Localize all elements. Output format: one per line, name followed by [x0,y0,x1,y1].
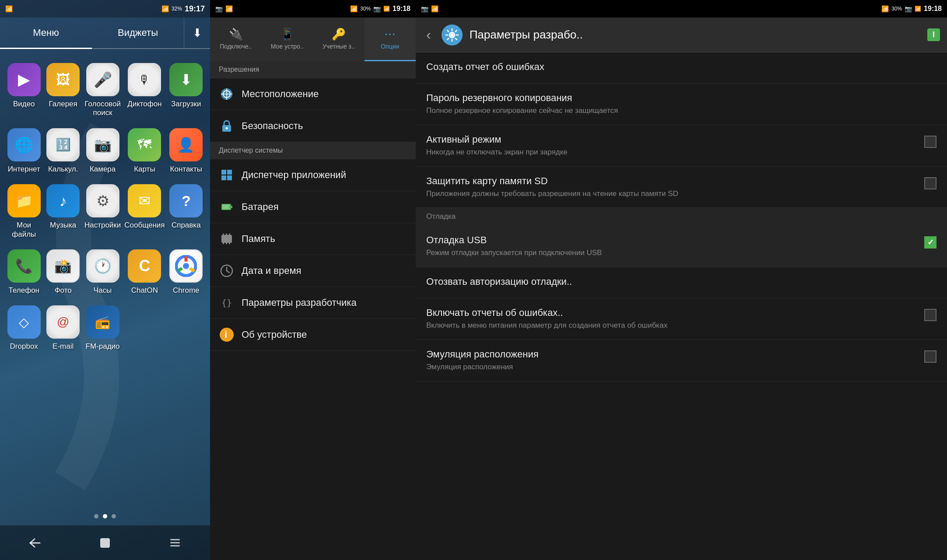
datetime-icon [219,263,235,279]
svg-rect-21 [229,234,230,236]
dev-item-usbdebug-subtitle: Режим отладки запускается при подключени… [426,248,917,258]
app-photos[interactable]: 📸 Фото [43,244,82,300]
app-fmradio[interactable]: 📻 FM-радио [83,300,123,356]
tab-menu[interactable]: Меню [0,18,92,48]
dev-item-protect-sd[interactable]: Защитить карту памяти SD Приложения долж… [416,167,947,208]
appmanager-label: Диспетчер приложений [242,169,346,181]
dev-back-button[interactable]: ‹ [423,23,435,46]
settings-panel: 📷 📶 📶 30% 📷 📶 19:18 🔌 Подключе.. 📱 Мое у… [210,0,416,560]
settings-item-about[interactable]: i Об устройстве [210,319,416,351]
app-download[interactable]: ⬇ Загрузки [167,58,206,123]
nav-back-button[interactable] [22,532,48,554]
battery-icon [219,199,235,215]
dev-item-create-report-title: Создать отчет об ошибках [426,61,936,73]
svg-rect-12 [227,170,232,175]
svg-rect-22 [223,242,224,244]
dev-item-create-report[interactable]: Создать отчет об ошибках [416,52,947,84]
settings-item-location[interactable]: Местоположение [210,78,416,110]
tab-accounts[interactable]: 🔑 Учетные з.. [313,18,365,61]
about-label: Об устройстве [242,329,307,340]
usb-debug-checkbox[interactable] [924,236,936,248]
status-time: 19:17 [185,4,205,14]
svg-line-27 [227,271,229,273]
svg-point-10 [226,127,228,130]
app-chaton[interactable]: C ChatON [123,244,166,300]
app-myfiles[interactable]: 📁 Мои файлы [4,179,43,244]
app-chrome[interactable]: Chrome [167,244,206,300]
page-dot-2[interactable] [103,514,107,518]
app-icon-messages: ✉ [128,184,161,217]
dev-wifi2: 📶 [915,6,921,12]
app-clock[interactable]: 🕐 Часы [83,244,123,300]
debug-section-label: Отладка [426,212,456,220]
app-phone[interactable]: 📞 Телефон [4,244,43,300]
app-label-music: Музыка [50,221,76,230]
app-video[interactable]: ▶ Видео [4,58,43,123]
svg-rect-23 [226,242,227,244]
app-settings[interactable]: ⚙ Настройки [83,179,123,244]
error-reports-checkbox[interactable] [924,309,936,321]
app-help[interactable]: ? Справка [167,179,206,244]
tab-widgets-label: Виджеты [118,27,158,38]
nav-home-button[interactable] [92,532,118,554]
app-label-messages: Сообщения [124,221,165,230]
settings-item-security[interactable]: Безопасность [210,110,416,142]
settings-item-appmanager[interactable]: Диспетчер приложений [210,159,416,191]
app-dropbox[interactable]: ◇ Dropbox [4,300,43,356]
app-label-chrome: Chrome [173,286,199,295]
emulate-location-checkbox[interactable] [924,350,936,363]
tab-widgets[interactable]: Виджеты [92,18,184,48]
dev-item-error-reports[interactable]: Включать отчеты об ошибках.. Включить в … [416,298,947,340]
dev-item-protectsd-content: Защитить карту памяти SD Приложения долж… [426,175,917,199]
app-label-help: Справка [172,221,201,230]
app-dictaphone[interactable]: 🎙 Диктофон [123,58,166,123]
download-icon: ⬇ [193,26,202,40]
security-icon [219,118,235,134]
dev-item-backup-password[interactable]: Пароль резервного копирования Полное рез… [416,84,947,125]
dev-item-usb-debug[interactable]: Отладка USB Режим отладки запускается пр… [416,226,947,267]
app-email[interactable]: @ E-mail [43,300,82,356]
app-voice[interactable]: 🎤 Голосовой поиск [83,58,123,123]
system-manager-section: Диспетчер системы [210,142,416,159]
svg-text:{}: {} [221,298,232,308]
settings-item-datetime[interactable]: Дата и время [210,255,416,287]
app-contacts[interactable]: 👤 Контакты [167,123,206,179]
app-maps[interactable]: 🗺 Карты [123,123,166,179]
settings-item-battery[interactable]: Батарея [210,191,416,223]
settings-item-memory[interactable]: Память [210,223,416,255]
nav-recent-button[interactable] [162,532,188,554]
app-internet[interactable]: 🌐 Интернет [4,123,43,179]
svg-rect-20 [226,234,227,236]
app-icon-myfiles: 📁 [7,184,41,217]
app-icon-calc: 🔢 [46,128,80,161]
app-icon-download: ⬇ [169,63,203,96]
settings-tab-bar: 🔌 Подключе.. 📱 Мое устро.. 🔑 Учетные з..… [210,18,416,61]
tab-download[interactable]: ⬇ [184,18,210,48]
connect-icon: 🔌 [229,28,243,41]
app-music[interactable]: ♪ Музыка [43,179,82,244]
wifi-icon: 📶 [5,5,13,12]
wifi-s2: 📶 [383,6,390,12]
tab-options[interactable]: ⋯ Опции [365,18,416,61]
svg-rect-14 [227,175,232,180]
app-calc[interactable]: 🔢 Калькул. [43,123,82,179]
app-label-camera: Камера [90,165,116,174]
dev-item-usbdebug-title: Отладка USB [426,234,917,246]
app-icon-maps: 🗺 [128,128,161,161]
app-camera[interactable]: 📷 Камера [83,123,123,179]
page-dot-3[interactable] [112,514,116,518]
dev-item-usbdebug-content: Отладка USB Режим отладки запускается пр… [426,234,917,258]
dev-item-revoke-debug[interactable]: Отозвать авторизацию отладки.. [416,267,947,298]
dev-item-emulate-location[interactable]: Эмуляция расположения Эмуляция расположе… [416,340,947,382]
settings-item-devparams[interactable]: {} Параметры разработчика [210,287,416,319]
tab-connect[interactable]: 🔌 Подключе.. [210,18,262,61]
tab-device[interactable]: 📱 Мое устро.. [262,18,313,61]
app-icon-dictaphone: 🎙 [128,63,161,96]
dev-item-active-mode[interactable]: Активный режим Никогда не отключать экра… [416,125,947,167]
active-mode-checkbox[interactable] [924,136,936,148]
app-label-download: Загрузки [171,100,201,108]
page-dot-1[interactable] [94,514,98,518]
protect-sd-checkbox[interactable] [924,177,936,189]
app-messages[interactable]: ✉ Сообщения [123,179,166,244]
app-gallery[interactable]: 🖼 Галерея [43,58,82,123]
